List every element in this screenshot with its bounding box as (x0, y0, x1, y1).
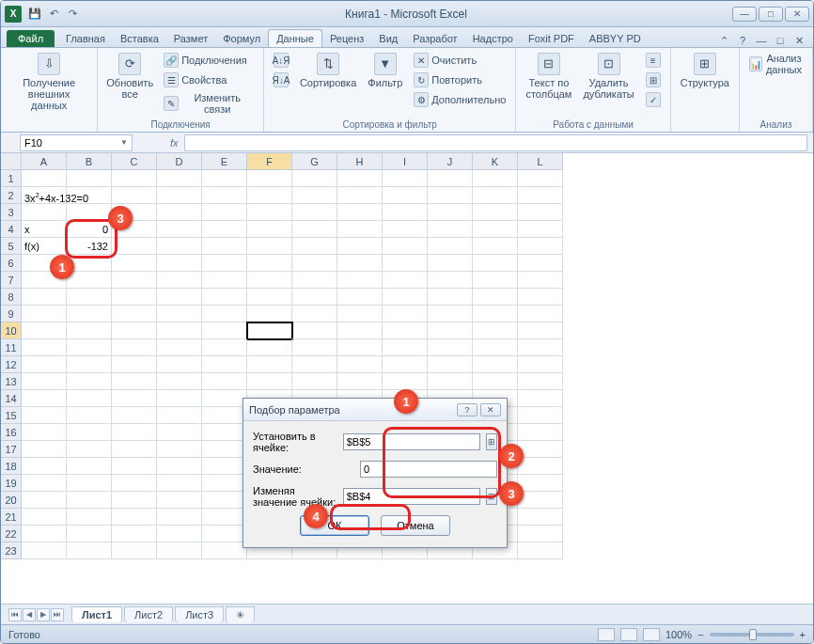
cell[interactable] (67, 390, 112, 407)
cell[interactable] (22, 373, 67, 390)
row-header[interactable]: 3 (1, 204, 22, 221)
cell[interactable] (67, 475, 112, 492)
cell[interactable] (157, 306, 202, 322)
cell[interactable] (247, 356, 292, 373)
tab-review[interactable]: Реценз (322, 30, 371, 47)
cell[interactable] (473, 289, 518, 306)
column-header[interactable]: L (518, 153, 563, 170)
cell[interactable] (202, 289, 247, 306)
external-data-button[interactable]: ⇩ Получение внешних данных (7, 51, 91, 113)
cell[interactable] (112, 509, 157, 526)
cell[interactable] (202, 526, 247, 542)
cell[interactable] (383, 238, 428, 255)
sheet-tab-2[interactable]: Лист2 (124, 606, 173, 622)
cell[interactable] (22, 272, 67, 289)
cell[interactable] (67, 407, 112, 424)
cell[interactable] (112, 289, 157, 306)
cell[interactable] (157, 356, 202, 373)
sheet-tab-1[interactable]: Лист1 (71, 606, 122, 622)
cell[interactable] (202, 272, 247, 289)
cell[interactable] (337, 255, 383, 272)
cell[interactable] (292, 204, 337, 221)
cell[interactable] (112, 339, 157, 356)
cell[interactable] (337, 339, 383, 356)
cell[interactable] (22, 322, 67, 339)
cell[interactable] (473, 204, 518, 221)
normal-view-button[interactable] (598, 628, 615, 641)
cell[interactable] (337, 272, 383, 289)
cell[interactable] (157, 255, 202, 272)
cell[interactable] (383, 204, 428, 221)
cell[interactable] (202, 492, 247, 509)
cell[interactable] (428, 289, 473, 306)
cell[interactable] (337, 238, 383, 255)
cell[interactable] (202, 356, 247, 373)
cell[interactable] (22, 492, 67, 509)
save-icon[interactable]: 💾 (27, 7, 42, 22)
cell[interactable] (22, 289, 67, 306)
maximize-button[interactable]: □ (759, 7, 783, 22)
cell[interactable] (202, 170, 247, 187)
advanced-button[interactable]: ⚙Дополнительно (410, 90, 509, 109)
cell[interactable] (157, 542, 202, 559)
cell[interactable] (247, 204, 292, 221)
cell[interactable] (202, 441, 247, 458)
cell[interactable] (247, 306, 292, 322)
cell[interactable] (22, 542, 67, 559)
cell[interactable] (473, 238, 518, 255)
cell[interactable] (292, 170, 337, 187)
cell[interactable]: x (22, 221, 67, 238)
cell[interactable] (518, 170, 563, 187)
cell[interactable] (202, 390, 247, 407)
cell[interactable] (202, 509, 247, 526)
cell[interactable] (292, 356, 337, 373)
tab-abbyy[interactable]: ABBYY PD (582, 30, 649, 47)
cell[interactable] (22, 170, 67, 187)
cell[interactable] (67, 492, 112, 509)
cell[interactable] (337, 187, 383, 204)
cell[interactable] (67, 509, 112, 526)
cell[interactable] (22, 458, 67, 475)
cell[interactable] (202, 204, 247, 221)
page-layout-button[interactable] (620, 628, 637, 641)
cell[interactable] (157, 526, 202, 542)
doc-max-icon[interactable]: □ (774, 34, 787, 47)
structure-button[interactable]: ⊞ Структура (677, 51, 733, 90)
cell[interactable] (202, 322, 247, 339)
row-header[interactable]: 12 (1, 356, 22, 373)
cell[interactable] (247, 272, 292, 289)
cell[interactable] (292, 272, 337, 289)
cell[interactable] (202, 306, 247, 322)
tab-view[interactable]: Вид (371, 30, 405, 47)
cell[interactable] (202, 424, 247, 441)
data-analysis-button[interactable]: 📊 Анализ данных (745, 51, 806, 77)
cell[interactable] (157, 509, 202, 526)
cell[interactable] (22, 407, 67, 424)
chevron-down-icon[interactable]: ▼ (120, 138, 128, 147)
cancel-button[interactable]: Отмена (381, 515, 450, 536)
page-break-button[interactable] (643, 628, 660, 641)
cell[interactable] (247, 255, 292, 272)
cell[interactable] (292, 339, 337, 356)
cell[interactable] (518, 356, 563, 373)
cell[interactable] (202, 221, 247, 238)
cell[interactable] (112, 542, 157, 559)
row-header[interactable]: 23 (1, 542, 22, 559)
cell[interactable] (383, 373, 428, 390)
ref-picker-button[interactable]: ⊞ (486, 488, 497, 505)
cell[interactable] (518, 221, 563, 238)
cell[interactable] (67, 289, 112, 306)
cell[interactable] (67, 187, 112, 204)
cell[interactable] (67, 542, 112, 559)
row-header[interactable]: 22 (1, 526, 22, 542)
cell[interactable] (473, 170, 518, 187)
cell[interactable] (518, 492, 563, 509)
cell[interactable] (292, 255, 337, 272)
cell[interactable] (202, 187, 247, 204)
row-header[interactable]: 6 (1, 255, 22, 272)
cell[interactable] (383, 272, 428, 289)
redo-icon[interactable]: ↷ (65, 7, 80, 22)
cell[interactable] (22, 204, 67, 221)
cell[interactable] (337, 221, 383, 238)
cell[interactable] (247, 238, 292, 255)
